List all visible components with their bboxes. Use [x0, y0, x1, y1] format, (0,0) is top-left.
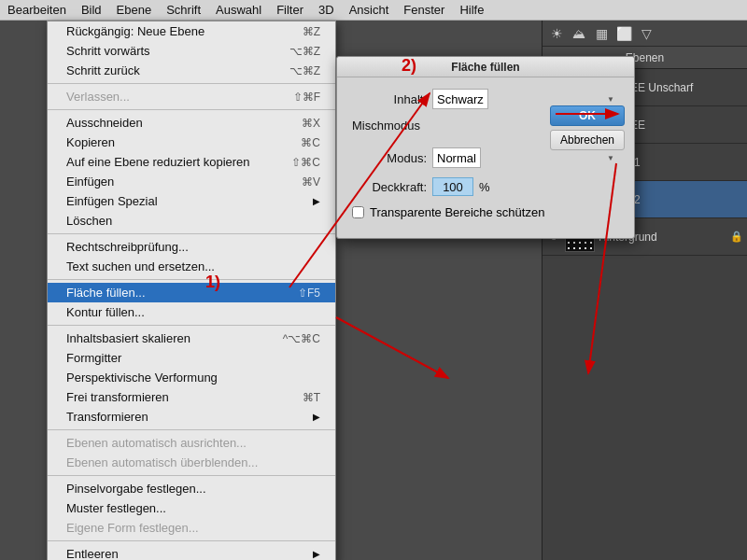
annotation-1: 1): [205, 273, 220, 292]
menu-item-puppet-warp[interactable]: Formgitter: [48, 348, 335, 368]
menu-item-define-shape[interactable]: Eigene Form festlegen...: [48, 518, 335, 538]
sep-8: [48, 540, 335, 541]
menu-item-auto-blend[interactable]: Ebenen automatisch überblenden...: [48, 453, 335, 472]
lock-icon-4: 🔒: [730, 231, 743, 243]
menu-item-paste-special[interactable]: Einfügen Spezial ▶: [48, 191, 335, 211]
sep-6: [48, 429, 335, 430]
menu-item-perspective[interactable]: Perspektivische Verformung: [48, 368, 335, 387]
menu-item-free-transform[interactable]: Frei transformieren ⌘T: [48, 387, 335, 407]
menu-item-stroke[interactable]: Kontur füllen...: [48, 302, 335, 322]
sep-3: [48, 233, 335, 234]
menu-item-define-pattern[interactable]: Muster festlegen...: [48, 498, 335, 518]
menu-item-forward[interactable]: Schritt vorwärts ⌥⌘Z: [48, 41, 335, 61]
mode-row: Modus: Normal: [352, 147, 619, 168]
menu-item-verlassen[interactable]: Verlassen... ⇧⌘F: [48, 87, 335, 106]
checkbox-label: Transparente Bereiche schützen: [370, 205, 544, 219]
menu-item-purge[interactable]: Entleeren ▶: [48, 544, 335, 560]
menu-item-define-brush[interactable]: Pinselvorgabe festlegen...: [48, 479, 335, 498]
curves-icon[interactable]: ⛰: [569, 23, 589, 44]
menubar-item-7[interactable]: Ansicht: [342, 0, 397, 20]
sep-7: [48, 475, 335, 476]
menubar-item-1[interactable]: Bild: [74, 0, 109, 20]
menubar-item-5[interactable]: Filter: [269, 0, 311, 20]
menu-item-find-replace[interactable]: Text suchen und ersetzen...: [48, 257, 335, 276]
menubar-item-6[interactable]: 3D: [311, 0, 342, 20]
menu-item-cut[interactable]: Ausschneiden ⌘X: [48, 113, 335, 133]
menubar-item-8[interactable]: Fenster: [396, 0, 452, 20]
mode-select-wrapper: Normal: [432, 147, 619, 168]
menu-item-copy[interactable]: Kopieren ⌘C: [48, 133, 335, 152]
cancel-button[interactable]: Abbrechen: [550, 130, 625, 150]
menubar: Bearbeiten Bild Ebene Schrift Auswahl Fi…: [0, 0, 747, 21]
hsl-icon[interactable]: ⬜: [613, 23, 634, 44]
sep-1: [48, 83, 335, 84]
correction-icons: ☀ ⛰ ▦ ⬜ ▽: [543, 21, 747, 47]
checkbox-row: Transparente Bereiche schützen: [352, 205, 619, 219]
content-label: Inhalt:: [352, 92, 427, 106]
percent-label: %: [479, 180, 490, 194]
menu-item-undo[interactable]: Rückgängig: Neue Ebene ⌘Z: [48, 21, 335, 41]
opacity-input[interactable]: [432, 177, 473, 196]
fill-dialog: Fläche füllen Inhalt: Schwarz Mischmodus…: [336, 56, 635, 239]
opacity-label: Deckkraft:: [352, 180, 427, 194]
sep-2: [48, 109, 335, 110]
brightness-icon[interactable]: ☀: [546, 23, 567, 44]
dialog-body: Inhalt: Schwarz Mischmodus Modus: Normal: [337, 77, 634, 238]
menu-item-content-scale[interactable]: Inhaltsbasiert skalieren ^⌥⌘C: [48, 329, 335, 348]
gradient-icon[interactable]: ▽: [636, 23, 656, 44]
menubar-item-0[interactable]: Bearbeiten: [0, 0, 74, 20]
dialog-title: Fläche füllen: [337, 57, 634, 77]
bearbeiten-menu: Rückgängig: Neue Ebene ⌘Z Schritt vorwär…: [47, 21, 336, 560]
dialog-buttons: OK Abbrechen: [550, 105, 625, 150]
menu-item-delete[interactable]: Löschen: [48, 211, 335, 231]
sep-5: [48, 325, 335, 326]
menu-item-paste[interactable]: Einfügen ⌘V: [48, 172, 335, 191]
menu-item-copy-merged[interactable]: Auf eine Ebene reduziert kopieren ⇧⌘C: [48, 152, 335, 172]
menu-item-auto-align[interactable]: Ebenen automatisch ausrichten...: [48, 433, 335, 453]
annotation-2: 2): [402, 56, 416, 76]
blending-label: Mischmodus: [352, 119, 420, 133]
protect-transparent-checkbox[interactable]: [352, 206, 364, 218]
menu-item-fill[interactable]: Fläche füllen... ⇧F5: [48, 283, 335, 302]
menu-item-back[interactable]: Schritt zurück ⌥⌘Z: [48, 61, 335, 80]
content-select[interactable]: Schwarz: [432, 89, 488, 109]
sep-4: [48, 279, 335, 280]
mode-label: Modus:: [352, 151, 427, 165]
opacity-row: Deckkraft: %: [352, 177, 619, 196]
mode-select[interactable]: Normal: [432, 147, 481, 168]
menu-item-spellcheck[interactable]: Rechtschreibprüfung...: [48, 237, 335, 257]
menu-item-transform[interactable]: Transformieren ▶: [48, 407, 335, 427]
menubar-item-2[interactable]: Ebene: [109, 0, 160, 20]
menubar-item-4[interactable]: Auswahl: [208, 0, 269, 20]
ok-button[interactable]: OK: [550, 105, 625, 126]
menubar-item-3[interactable]: Schrift: [159, 0, 208, 20]
levels-icon[interactable]: ▦: [591, 23, 612, 44]
menubar-item-9[interactable]: Hilfe: [452, 0, 491, 20]
